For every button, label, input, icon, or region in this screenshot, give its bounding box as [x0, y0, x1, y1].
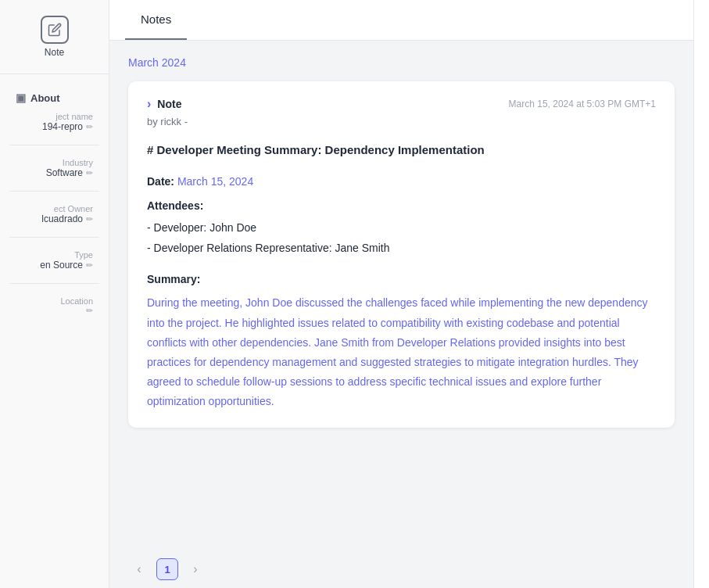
attendees-label: Attendees:	[147, 199, 203, 212]
field-divider-1	[9, 145, 99, 145]
page-1-button[interactable]: 1	[156, 558, 178, 580]
project-name-label: ject name	[16, 112, 93, 121]
note-button[interactable]: Note	[25, 8, 84, 66]
note-card-header: › Note March 15, 2024 at 5:03 PM GMT+1	[147, 97, 656, 111]
industry-edit-icon[interactable]: ✏	[86, 168, 93, 178]
chevron-right-icon: ›	[147, 97, 151, 111]
field-divider-2	[9, 191, 99, 192]
field-divider-3	[9, 237, 99, 238]
about-icon: ▣	[16, 91, 26, 104]
date-label: Date:	[147, 175, 177, 188]
tab-bar: Notes	[109, 0, 693, 41]
content-area: March 2024 › Note March 15, 2024 at 5:03…	[109, 41, 693, 550]
industry-value: Software ✏	[16, 167, 93, 178]
note-date-line: Date: March 15, 2024	[147, 173, 656, 192]
note-timestamp: March 15, 2024 at 5:03 PM GMT+1	[509, 99, 656, 109]
prev-page-button[interactable]: ‹	[128, 558, 150, 580]
about-title: ▣ About	[9, 82, 99, 107]
type-value: en Source ✏	[16, 260, 93, 271]
summary-label-line: Summary:	[147, 271, 656, 289]
project-name-field: ject name 194-repro ✏	[9, 107, 99, 137]
location-value: ✏	[16, 306, 93, 316]
type-edit-icon[interactable]: ✏	[86, 260, 93, 271]
owner-label: ect Owner	[16, 204, 93, 213]
note-type: › Note	[147, 97, 181, 111]
month-header: March 2024	[128, 56, 675, 69]
pagination: ‹ 1 ›	[109, 550, 693, 588]
project-name-value: 194-repro ✏	[16, 121, 93, 132]
type-field: Type en Source ✏	[9, 246, 99, 275]
field-divider-4	[9, 283, 99, 284]
next-page-button[interactable]: ›	[184, 558, 206, 580]
date-value: March 15, 2024	[177, 175, 253, 188]
industry-label: Industry	[16, 158, 93, 167]
right-panel	[693, 0, 709, 588]
note-icon	[41, 16, 69, 44]
attendee2-line: - Developer Relations Representative: Ja…	[147, 239, 656, 258]
industry-field: Industry Software ✏	[9, 153, 99, 183]
location-label: Location	[16, 296, 93, 306]
summary-text: During the meeting, John Doe discussed t…	[147, 293, 656, 411]
note-author: by rickk -	[147, 116, 656, 127]
sidebar-divider	[0, 74, 109, 74]
summary-label: Summary:	[147, 273, 200, 285]
note-body: # Developer Meeting Summary: Dependency …	[147, 140, 656, 412]
main-content: Notes March 2024 › Note March 15, 2024 a…	[109, 0, 693, 588]
location-edit-icon[interactable]: ✏	[86, 306, 93, 316]
note-title: # Developer Meeting Summary: Dependency …	[147, 140, 656, 160]
owner-value: lcuadrado ✏	[16, 213, 93, 224]
note-label: Note	[45, 47, 64, 58]
owner-field: ect Owner lcuadrado ✏	[9, 199, 99, 229]
sidebar: Note ▣ About ject name 194-repro ✏ Indus…	[0, 0, 109, 588]
note-card: › Note March 15, 2024 at 5:03 PM GMT+1 b…	[128, 81, 675, 428]
about-section: ▣ About ject name 194-repro ✏ Industry S…	[0, 82, 109, 321]
owner-edit-icon[interactable]: ✏	[86, 214, 93, 224]
attendees-label-line: Attendees:	[147, 197, 656, 216]
location-field: Location ✏	[9, 292, 99, 321]
type-label: Type	[16, 250, 93, 260]
project-name-edit-icon[interactable]: ✏	[86, 122, 93, 132]
tab-notes[interactable]: Notes	[125, 0, 187, 40]
attendee1-line: - Developer: John Doe	[147, 219, 656, 238]
